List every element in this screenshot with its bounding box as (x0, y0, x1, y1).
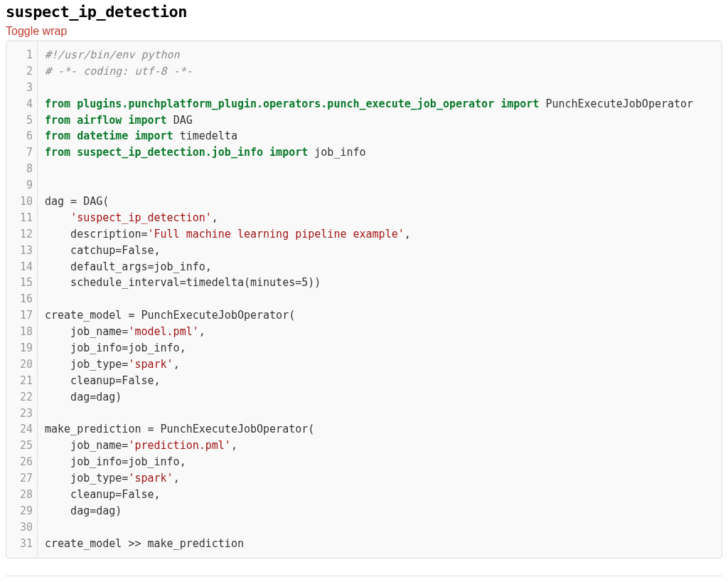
line-number: 8 (11, 161, 33, 177)
line-number: 21 (11, 373, 33, 389)
code-line: cleanup=False, (45, 373, 714, 389)
code-area[interactable]: #!/usr/bin/env python# -*- coding: utf-8… (38, 41, 722, 558)
code-line: dag=dag) (45, 389, 714, 406)
line-number: 20 (11, 356, 33, 373)
code-line (45, 80, 714, 96)
footer-rule (6, 576, 722, 576)
code-line: job_name='model.pml', (45, 324, 714, 340)
code-line: job_name='prediction.pml', (45, 438, 714, 454)
line-number: 24 (11, 421, 33, 438)
line-number: 28 (11, 487, 33, 503)
code-line: dag=dag) (45, 503, 714, 519)
line-number: 5 (11, 112, 33, 129)
code-line: job_info=job_info, (45, 454, 714, 470)
line-number: 26 (11, 454, 33, 470)
line-number: 10 (11, 194, 33, 210)
line-number: 13 (11, 243, 33, 259)
line-number: 6 (11, 128, 33, 144)
code-line: job_type='spark', (45, 470, 714, 487)
code-line: dag = DAG( (45, 194, 714, 210)
code-line: from plugins.punchplatform_plugin.operat… (45, 96, 714, 112)
line-number: 31 (11, 536, 33, 552)
line-number: 7 (11, 144, 33, 161)
line-number: 14 (11, 259, 33, 275)
code-line: cleanup=False, (45, 487, 714, 503)
line-number: 9 (11, 177, 33, 194)
line-number: 4 (11, 96, 33, 112)
line-number: 18 (11, 324, 33, 340)
code-container: 1234567891011121314151617181920212223242… (6, 41, 722, 559)
code-line: 'suspect_ip_detection', (45, 210, 714, 226)
line-number: 11 (11, 210, 33, 226)
code-line (45, 161, 714, 177)
line-number: 3 (11, 80, 33, 96)
code-line: create_model >> make_prediction (45, 536, 714, 552)
code-line: schedule_interval=timedelta(minutes=5)) (45, 275, 714, 291)
code-line: #!/usr/bin/env python (45, 47, 714, 63)
code-line: catchup=False, (45, 243, 714, 259)
line-number: 19 (11, 340, 33, 356)
code-line: from datetime import timedelta (45, 128, 714, 144)
line-number: 29 (11, 503, 33, 519)
line-number: 16 (11, 291, 33, 307)
line-number-gutter: 1234567891011121314151617181920212223242… (6, 41, 38, 558)
page-title: suspect_ip_detection (6, 3, 722, 21)
code-line: default_args=job_info, (45, 259, 714, 275)
line-number: 12 (11, 226, 33, 243)
line-number: 30 (11, 519, 33, 536)
line-number: 23 (11, 406, 33, 422)
code-line: description='Full machine learning pipel… (45, 226, 714, 243)
code-line (45, 291, 714, 307)
line-number: 2 (11, 63, 33, 80)
code-line (45, 177, 714, 194)
line-number: 25 (11, 438, 33, 454)
code-line: from airflow import DAG (45, 112, 714, 129)
line-number: 27 (11, 470, 33, 487)
toggle-wrap-link[interactable]: Toggle wrap (6, 25, 67, 38)
line-number: 1 (11, 47, 33, 63)
code-line: job_info=job_info, (45, 340, 714, 356)
code-line (45, 406, 714, 422)
code-line: from suspect_ip_detection.job_info impor… (45, 144, 714, 161)
line-number: 15 (11, 275, 33, 291)
code-line (45, 519, 714, 536)
code-line: create_model = PunchExecuteJobOperator( (45, 307, 714, 324)
code-line: # -*- coding: utf-8 -*- (45, 63, 714, 80)
code-line: make_prediction = PunchExecuteJobOperato… (45, 421, 714, 438)
line-number: 22 (11, 389, 33, 406)
line-number: 17 (11, 307, 33, 324)
code-line: job_type='spark', (45, 356, 714, 373)
